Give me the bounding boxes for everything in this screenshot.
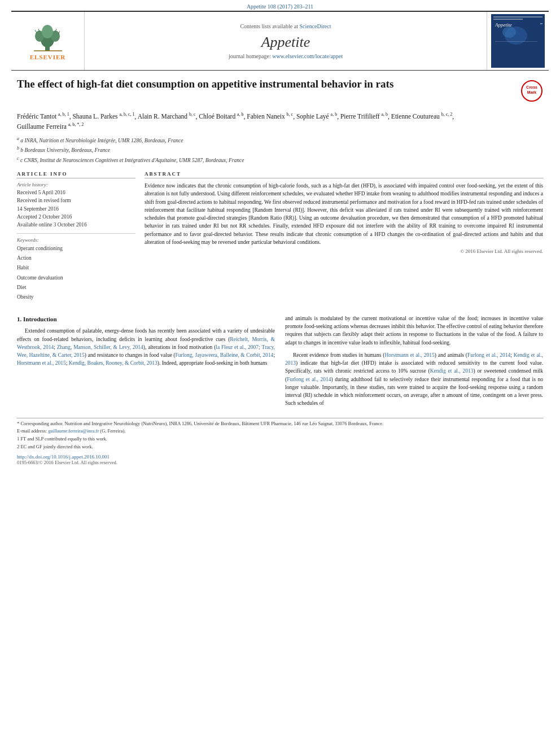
keyword-4: Outcome devaluation [17,273,135,283]
sciencedirect-link[interactable]: ScienceDirect [299,23,331,29]
crossmark-badge: Cross Mark [520,80,543,104]
journal-name: Appetite [261,34,310,51]
available-date: Available online 3 October 2016 [17,221,135,229]
received-revised: Received in revised form14 September 201… [17,196,135,213]
ref-furlong[interactable]: Furlong, Jayaweera, Balleine, & Corbit, … [176,352,274,358]
article-title-row: The effect of high-fat diet consumption … [17,77,543,104]
keyword-5: Diet [17,283,135,292]
footer-divider [17,418,543,418]
intro-paragraph-2: and animals is modulated by the current … [285,314,543,347]
accepted-date: Accepted 2 October 2016 [17,213,135,221]
footnote-1: 1 FT and SLP contributed equally to this… [17,436,543,443]
elsevier-tree-icon [28,21,68,53]
svg-text:Cross: Cross [526,85,537,89]
ref-horstmann[interactable]: Horstmann et al., 2015 [17,360,66,366]
affiliation-a: a a INRA, Nutrition et Neurobiologie Int… [17,136,543,145]
body-right-column: and animals is modulated by the current … [285,314,543,412]
svg-point-12 [502,27,516,38]
homepage-link[interactable]: www.elsevier.com/locate/appet [272,53,343,59]
abstract-column: ABSTRACT Evidence now indicates that the… [145,171,543,307]
email-footnote: E-mail address: guillaume.ferreira@inra.… [17,428,543,435]
appetite-cover-image: Appetite [491,14,545,68]
doi-line: http://dx.doi.org/10.1016/j.appet.2016.1… [17,454,543,460]
ref-kendig[interactable]: Kendig, Boakes, Rooney, & Corbit, 2013 [69,360,158,366]
ref-kendig3[interactable]: Kendig et al., 2013 [430,368,474,374]
ref-zhang[interactable]: Zhang, Manson, Schiller, & Levy, 2014 [57,344,143,350]
email-link[interactable]: guillaume.ferreira@inra.fr [48,428,99,434]
intro-paragraph-3: Recent evidence from studies in humans (… [285,351,543,408]
abstract-copyright: © 2016 Elsevier Ltd. All rights reserved… [145,248,543,254]
article-history-block: Article history: Received 5 April 2016 R… [17,182,135,229]
intro-paragraph-1: Extended consumption of palatable, energ… [17,327,275,367]
svg-line-5 [35,30,37,33]
keywords-block: Keywords: Operant conditioning Action Ha… [17,237,135,302]
journal-header: ELSEVIER Contents lists available at Sci… [11,11,549,71]
journal-homepage: journal homepage: www.elsevier.com/locat… [229,53,343,59]
keyword-6: Obesity [17,292,135,302]
article-title: The effect of high-fat diet consumption … [17,77,515,91]
keyword-1: Operant conditioning [17,244,135,254]
cover-image-area: Appetite [487,12,549,70]
affiliation-c: c c CNRS, Institut de Neurosciences Cogn… [17,155,543,164]
authors-text: Frédéric Tantot a, b, 1, Shauna L. Parke… [17,113,454,130]
citation-bar: Appetite 108 (2017) 203–211 [0,0,560,11]
issn-line: 0195-6663/© 2016 Elsevier Ltd. All right… [17,460,543,465]
contents-label: Contents lists available at ScienceDirec… [240,23,331,29]
svg-text:Mark: Mark [527,90,536,94]
keyword-2: Action [17,254,135,263]
crossmark-icon: Cross Mark [520,80,543,102]
info-abstract-section: ARTICLE INFO Article history: Received 5… [17,171,543,307]
citation-text: Appetite 108 (2017) 203–211 [247,3,313,10]
abstract-header: ABSTRACT [145,171,543,178]
received-date: Received 5 April 2016 [17,189,135,196]
elsevier-logo: ELSEVIER [28,21,68,60]
main-content: The effect of high-fat diet consumption … [0,71,560,471]
elsevier-text: ELSEVIER [30,54,66,60]
svg-rect-13 [495,41,537,42]
keywords-label: Keywords: [17,237,135,243]
abstract-text: Evidence now indicates that the chronic … [145,182,543,246]
page: Appetite 108 (2017) 203–211 [0,0,560,747]
ref-furlong3[interactable]: Furlong et al., 2014 [287,377,331,382]
intro-section-title: 1. Introduction [17,314,275,324]
keyword-3: Habit [17,263,135,273]
article-info-column: ARTICLE INFO Article history: Received 5… [17,171,135,307]
body-left-column: 1. Introduction Extended consumption of … [17,314,275,412]
article-info-header: ARTICLE INFO [17,171,135,178]
cover-art-icon: Appetite [492,20,540,48]
history-label: Article history: [17,182,135,187]
doi-link[interactable]: http://dx.doi.org/10.1016/j.appet.2016.1… [17,454,110,460]
ref-furlong2[interactable]: Furlong et al., 2014 [467,352,510,358]
svg-point-4 [42,25,53,38]
footnote-star: * Corresponding author. Nutrition and In… [17,421,543,427]
journal-title-area: Contents lists available at ScienceDirec… [85,12,487,70]
ref-horstmann2[interactable]: Horstmann et al., 2015 [384,352,434,358]
elsevier-logo-area: ELSEVIER [11,12,85,70]
affiliation-b: b b Bordeaux University, Bordeaux, Franc… [17,145,543,154]
authors: Frédéric Tantot a, b, 1, Shauna L. Parke… [17,111,543,132]
footnote-2: 2 EC and GF jointly directed this work. [17,444,543,451]
svg-text:Appetite: Appetite [495,22,512,28]
body-columns: 1. Introduction Extended consumption of … [17,314,543,412]
keywords-list: Operant conditioning Action Habit Outcom… [17,244,135,302]
affiliations: a a INRA, Nutrition et Neurobiologie Int… [17,136,543,164]
